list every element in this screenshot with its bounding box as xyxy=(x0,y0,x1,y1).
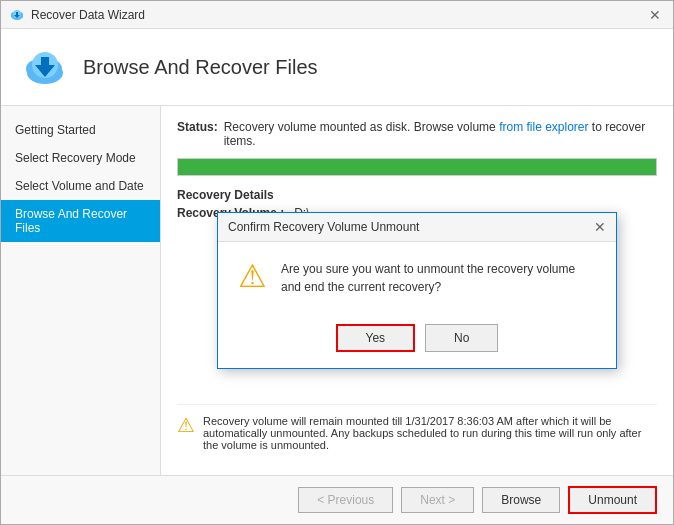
unmount-button[interactable]: Unmount xyxy=(568,486,657,514)
main-content: Status: Recovery volume mounted as disk.… xyxy=(161,106,673,475)
dialog-message: Are you sure you want to unmount the rec… xyxy=(281,260,596,296)
title-bar: Recover Data Wizard ✕ xyxy=(1,1,673,29)
title-bar-title: Recover Data Wizard xyxy=(31,8,145,22)
dialog-no-button[interactable]: No xyxy=(425,324,498,352)
dialog-warning-icon: ⚠ xyxy=(238,260,267,292)
previous-button[interactable]: < Previous xyxy=(298,487,393,513)
sidebar-item-getting-started[interactable]: Getting Started xyxy=(1,116,160,144)
title-bar-left: Recover Data Wizard xyxy=(9,7,145,23)
sidebar-item-browse-recover[interactable]: Browse And Recover Files xyxy=(1,200,160,242)
header-title: Browse And Recover Files xyxy=(83,56,318,79)
dialog-buttons: Yes No xyxy=(218,314,616,368)
sidebar: Getting Started Select Recovery Mode Sel… xyxy=(1,106,161,475)
content-area: Getting Started Select Recovery Mode Sel… xyxy=(1,106,673,475)
next-button[interactable]: Next > xyxy=(401,487,474,513)
dialog-title: Confirm Recovery Volume Unmount xyxy=(228,220,419,234)
window-close-button[interactable]: ✕ xyxy=(645,8,665,22)
main-window: Recover Data Wizard ✕ Browse And Recover… xyxy=(0,0,674,525)
dialog-overlay: Confirm Recovery Volume Unmount ✕ ⚠ Are … xyxy=(161,106,673,475)
sidebar-item-select-volume[interactable]: Select Volume and Date xyxy=(1,172,160,200)
sidebar-item-select-recovery-mode[interactable]: Select Recovery Mode xyxy=(1,144,160,172)
dialog-title-bar: Confirm Recovery Volume Unmount ✕ xyxy=(218,213,616,242)
header: Browse And Recover Files xyxy=(1,29,673,106)
browse-button[interactable]: Browse xyxy=(482,487,560,513)
dialog-close-button[interactable]: ✕ xyxy=(594,219,606,235)
dialog-body: ⚠ Are you sure you want to unmount the r… xyxy=(218,242,616,314)
dialog-yes-button[interactable]: Yes xyxy=(336,324,416,352)
header-icon xyxy=(21,43,69,91)
footer: < Previous Next > Browse Unmount xyxy=(1,475,673,524)
confirm-dialog: Confirm Recovery Volume Unmount ✕ ⚠ Are … xyxy=(217,212,617,369)
app-icon xyxy=(9,7,25,23)
